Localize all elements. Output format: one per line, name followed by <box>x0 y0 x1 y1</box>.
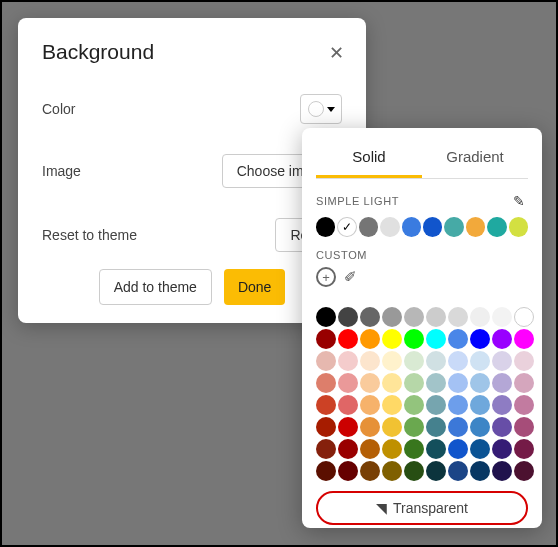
eyedropper-icon[interactable]: ✐ <box>344 268 357 286</box>
theme-swatch[interactable] <box>466 217 485 237</box>
color-swatch[interactable] <box>382 439 402 459</box>
color-swatch[interactable] <box>426 395 446 415</box>
color-swatch[interactable] <box>492 439 512 459</box>
color-swatch[interactable] <box>382 417 402 437</box>
color-swatch[interactable] <box>316 395 336 415</box>
theme-swatch[interactable]: ✓ <box>337 217 356 237</box>
color-swatch[interactable] <box>404 329 424 349</box>
color-swatch[interactable] <box>404 417 424 437</box>
color-swatch[interactable] <box>470 461 490 481</box>
color-swatch[interactable] <box>404 395 424 415</box>
color-swatch[interactable] <box>470 373 490 393</box>
color-swatch[interactable] <box>360 395 380 415</box>
theme-swatch[interactable] <box>509 217 528 237</box>
color-swatch[interactable] <box>316 417 336 437</box>
color-swatch[interactable] <box>316 439 336 459</box>
color-swatch[interactable] <box>514 395 534 415</box>
color-swatch[interactable] <box>338 373 358 393</box>
color-swatch[interactable] <box>338 351 358 371</box>
theme-swatch[interactable] <box>423 217 442 237</box>
color-swatch[interactable] <box>470 307 490 327</box>
color-swatch[interactable] <box>514 329 534 349</box>
color-swatch[interactable] <box>492 417 512 437</box>
color-swatch[interactable] <box>470 351 490 371</box>
color-swatch[interactable] <box>470 395 490 415</box>
color-picker-button[interactable] <box>300 94 342 124</box>
color-swatch[interactable] <box>316 351 336 371</box>
color-swatch[interactable] <box>448 329 468 349</box>
theme-swatch[interactable] <box>316 217 335 237</box>
color-swatch[interactable] <box>338 417 358 437</box>
color-swatch[interactable] <box>426 307 446 327</box>
color-swatch[interactable] <box>316 461 336 481</box>
theme-swatch[interactable] <box>380 217 399 237</box>
transparent-button[interactable]: ◥ Transparent <box>316 491 528 525</box>
color-swatch[interactable] <box>382 395 402 415</box>
color-swatch[interactable] <box>360 329 380 349</box>
color-swatch[interactable] <box>382 329 402 349</box>
color-swatch[interactable] <box>470 417 490 437</box>
color-swatch[interactable] <box>316 373 336 393</box>
color-swatch[interactable] <box>360 417 380 437</box>
color-swatch[interactable] <box>316 307 336 327</box>
color-swatch[interactable] <box>426 373 446 393</box>
color-swatch[interactable] <box>514 351 534 371</box>
color-swatch[interactable] <box>492 351 512 371</box>
color-swatch[interactable] <box>426 417 446 437</box>
theme-swatch[interactable] <box>444 217 463 237</box>
color-swatch[interactable] <box>360 307 380 327</box>
color-swatch[interactable] <box>360 439 380 459</box>
color-swatch[interactable] <box>360 461 380 481</box>
color-swatch[interactable] <box>492 395 512 415</box>
color-swatch[interactable] <box>404 307 424 327</box>
color-swatch[interactable] <box>338 439 358 459</box>
color-swatch[interactable] <box>492 329 512 349</box>
color-swatch[interactable] <box>514 439 534 459</box>
color-swatch[interactable] <box>514 307 534 327</box>
color-swatch[interactable] <box>426 351 446 371</box>
color-swatch[interactable] <box>448 373 468 393</box>
color-swatch[interactable] <box>448 439 468 459</box>
color-swatch[interactable] <box>514 373 534 393</box>
color-swatch[interactable] <box>404 439 424 459</box>
color-swatch[interactable] <box>338 329 358 349</box>
color-swatch[interactable] <box>316 329 336 349</box>
color-swatch[interactable] <box>448 351 468 371</box>
color-swatch[interactable] <box>514 461 534 481</box>
color-swatch[interactable] <box>360 373 380 393</box>
color-swatch[interactable] <box>514 417 534 437</box>
color-swatch[interactable] <box>492 373 512 393</box>
color-swatch[interactable] <box>470 329 490 349</box>
tab-gradient[interactable]: Gradient <box>422 138 528 178</box>
color-swatch[interactable] <box>470 439 490 459</box>
color-swatch[interactable] <box>382 351 402 371</box>
pencil-icon[interactable]: ✎ <box>511 191 528 211</box>
color-swatch[interactable] <box>448 395 468 415</box>
color-swatch[interactable] <box>338 395 358 415</box>
color-swatch[interactable] <box>492 307 512 327</box>
color-swatch[interactable] <box>382 373 402 393</box>
theme-swatch[interactable] <box>359 217 378 237</box>
color-swatch[interactable] <box>404 351 424 371</box>
theme-swatch[interactable] <box>402 217 421 237</box>
close-icon[interactable]: ✕ <box>329 42 344 64</box>
theme-swatch[interactable] <box>487 217 506 237</box>
color-swatch[interactable] <box>426 461 446 481</box>
color-swatch[interactable] <box>404 373 424 393</box>
tab-solid[interactable]: Solid <box>316 138 422 178</box>
color-swatch[interactable] <box>382 307 402 327</box>
color-swatch[interactable] <box>382 461 402 481</box>
color-swatch[interactable] <box>448 307 468 327</box>
color-swatch[interactable] <box>426 439 446 459</box>
color-swatch[interactable] <box>360 351 380 371</box>
add-custom-color-icon[interactable]: + <box>316 267 336 287</box>
color-swatch[interactable] <box>448 461 468 481</box>
done-button[interactable]: Done <box>224 269 285 305</box>
add-to-theme-button[interactable]: Add to theme <box>99 269 212 305</box>
color-swatch[interactable] <box>426 329 446 349</box>
color-swatch[interactable] <box>404 461 424 481</box>
color-swatch[interactable] <box>338 307 358 327</box>
color-swatch[interactable] <box>492 461 512 481</box>
color-swatch[interactable] <box>448 417 468 437</box>
color-swatch[interactable] <box>338 461 358 481</box>
